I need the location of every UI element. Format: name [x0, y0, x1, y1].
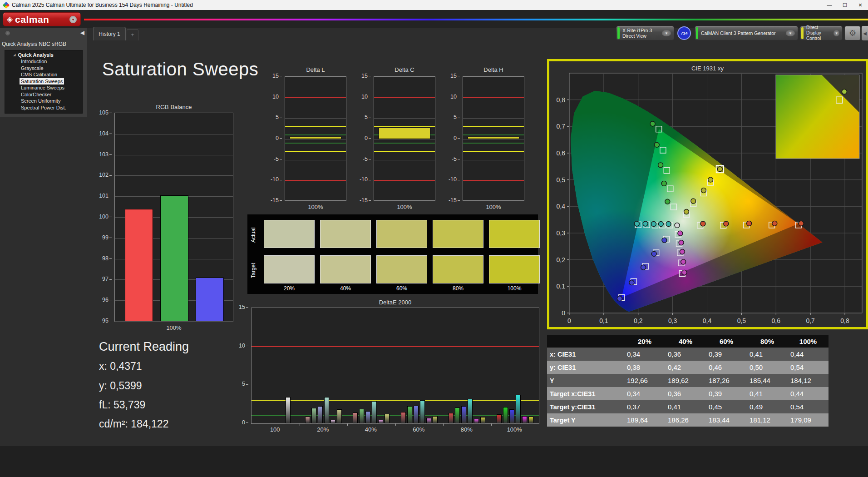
svg-text:0,7: 0,7: [557, 123, 566, 130]
sidebar-item-spectral-power-dist-[interactable]: Spectral Power Dist.: [20, 104, 68, 111]
deltae-bar-60%-3: [420, 400, 425, 423]
gridline: [463, 160, 524, 160]
sidebar-options-dot[interactable]: [5, 31, 10, 35]
tree-root-quick-analysis[interactable]: ◢ Quick Analysis: [5, 52, 82, 58]
cie-measured-green: [650, 121, 655, 126]
svg-text:0,4: 0,4: [703, 317, 712, 324]
delta_l-xlabel: 100%: [285, 204, 346, 210]
calman-logo-text: calman: [15, 14, 49, 25]
table-cell: 0,38: [624, 361, 665, 374]
rgb-balance-chart: [114, 113, 233, 322]
swatch-col-label: 60%: [376, 285, 427, 292]
tab-history-1[interactable]: History 1: [93, 27, 126, 40]
sidebar-item-colorchecker[interactable]: ColorChecker: [20, 91, 53, 98]
table-row-label: Target x:CIE31: [547, 387, 624, 400]
settings-gear-icon[interactable]: ⚙: [844, 26, 861, 40]
delta_h-ytick: 10: [444, 94, 460, 100]
rgb-ytick: 97: [96, 276, 112, 282]
source-button[interactable]: CalMAN Client 3 Pattern Generator ▼: [695, 26, 798, 40]
ref-line: [285, 97, 346, 98]
deltae-group-label: 40%: [353, 426, 389, 433]
sidebar-item-luminance-sweeps[interactable]: Luminance Sweeps: [20, 84, 66, 91]
gridline: [285, 139, 346, 139]
table-cell: 0,34: [624, 387, 665, 400]
delta_c-chart: [374, 76, 435, 201]
panel-collapse-icon[interactable]: ◀: [862, 26, 868, 40]
deltae-bar-80%-0: [449, 413, 454, 423]
deltae-group-label: 80%: [449, 426, 485, 433]
deltae-bar-100%-3: [516, 395, 521, 423]
swatch-col-label: 100%: [489, 285, 540, 292]
svg-text:0,5: 0,5: [557, 176, 566, 184]
meter-button[interactable]: X-Rite i1Pro 3 Direct View ▼: [616, 26, 674, 40]
table-cell: 0,39: [706, 348, 747, 361]
close-button[interactable]: ✕: [853, 0, 868, 10]
table-row: y: CIE310,380,420,460,500,54: [547, 361, 829, 374]
deltae-title: DeltaE 2000: [251, 299, 539, 306]
deltae-bar-20%-4: [330, 420, 335, 423]
deltae-bar-40%-5: [385, 414, 390, 423]
deltae-ytick: 10: [233, 343, 248, 349]
tree-expander-icon[interactable]: ◢: [13, 53, 15, 57]
rgb-ytick: 101: [96, 193, 112, 199]
swatch-target-100%: [489, 255, 540, 283]
sidebar-collapse-icon[interactable]: ◀: [80, 30, 84, 36]
delta_l-ytick: 0: [266, 135, 282, 141]
ref-line: [285, 151, 346, 152]
meter-dropdown-icon[interactable]: ▼: [662, 30, 671, 36]
calman-menu-button[interactable]: ◈ calman ▾: [3, 12, 81, 26]
svg-text:0,6: 0,6: [772, 317, 781, 324]
pattern-bar: ▲ 20%40%60%80%100% ▲ ■▶[·]∞↻ « Back Next…: [0, 446, 868, 477]
delta_c-bar: [379, 128, 430, 139]
delta_h-ytick: 5: [444, 114, 460, 120]
minimize-button[interactable]: —: [822, 0, 837, 10]
rgb-ytick: 103: [96, 151, 112, 158]
ref-line: [374, 180, 435, 181]
table-cell: 0,54: [788, 361, 829, 374]
meter-reading-badge[interactable]: 714: [677, 26, 691, 40]
deltae-bar-60%-0: [401, 412, 406, 423]
svg-text:0,2: 0,2: [557, 256, 566, 263]
display-control-button[interactable]: Direct Display Control ▼: [800, 26, 843, 40]
svg-text:0,3: 0,3: [557, 229, 566, 237]
svg-text:0,8: 0,8: [840, 317, 849, 324]
tab-add-button[interactable]: +: [127, 29, 138, 40]
table-cell: 0,50: [747, 361, 788, 374]
delta_c-ytick: 10: [355, 94, 371, 100]
delta_h-title: Delta H: [454, 66, 533, 73]
delta_h-xlabel: 100%: [463, 204, 524, 210]
sidebar-item-cms-calibration[interactable]: CMS Calibration: [20, 71, 59, 78]
sidebar-item-saturation-sweeps[interactable]: Saturation Sweeps: [20, 78, 64, 85]
current-reading-y: y: 0,5399: [99, 380, 142, 392]
svg-text:0: 0: [567, 317, 571, 324]
display-dropdown-icon[interactable]: ▼: [833, 30, 839, 36]
sidebar-item-grayscale[interactable]: Grayscale: [20, 65, 45, 72]
table-header-60%: 60%: [706, 335, 747, 348]
meter-status-accent: [617, 27, 620, 39]
sidebar-item-introduction[interactable]: Introduction: [20, 58, 48, 65]
table-cell: 0,37: [624, 400, 665, 413]
table-row-label: Target y:CIE31: [547, 400, 624, 413]
ref-line: [285, 134, 346, 135]
sidebar-item-screen-uniformity[interactable]: Screen Uniformity: [20, 98, 62, 104]
source-dropdown-icon[interactable]: ▼: [786, 30, 795, 36]
delta_l-ytick: 5: [266, 114, 282, 120]
maximize-button[interactable]: ☐: [837, 0, 853, 10]
ref-line: [285, 143, 346, 144]
cie-measured-cyan: [651, 222, 656, 227]
cie-measured-green: [658, 163, 663, 168]
ref-line: [285, 180, 346, 181]
cie-measured-yellow: [691, 199, 696, 204]
current-reading-title: Current Reading: [99, 340, 189, 354]
table-cell: 189,64: [624, 413, 665, 427]
calman-dropdown-icon[interactable]: ▾: [69, 16, 77, 23]
deltae-bar-40%-2: [365, 411, 370, 423]
ref-line: [374, 143, 435, 144]
table-cell: 0,39: [706, 387, 747, 400]
cie-measured-red: [700, 221, 705, 226]
deltae-bar-40%-4: [378, 420, 383, 423]
cie-measured-magenta: [682, 270, 687, 275]
table-cell: 183,44: [706, 413, 747, 427]
ref-line: [252, 346, 539, 347]
cie-measured-cyan: [643, 221, 648, 226]
